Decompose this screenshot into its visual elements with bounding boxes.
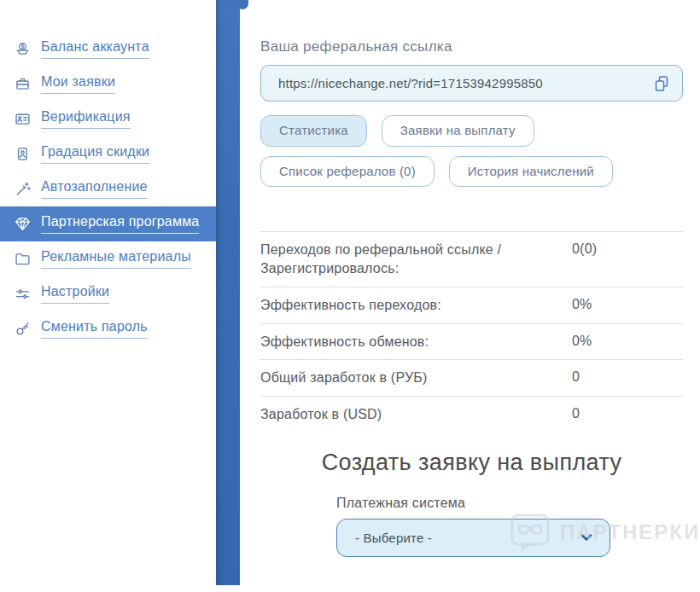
blue-divider-strip [216, 0, 240, 585]
sliders-icon [13, 285, 32, 304]
referral-link-field[interactable]: https://nicechange.net/?rid=171539429958… [260, 65, 683, 102]
sidebar-item-label: Баланс аккаунта [41, 39, 149, 59]
stat-label: Общий заработок в (РУБ) [260, 369, 572, 387]
sidebar-item-label: Настройки [41, 284, 109, 304]
stat-value: 0 [572, 369, 662, 385]
person-badge-icon [13, 145, 32, 164]
tab-referral-list[interactable]: Список рефералов (0) [260, 156, 435, 188]
chevron-down-icon [578, 529, 595, 546]
referral-link-value: https://nicechange.net/?rid=171539429958… [278, 76, 543, 90]
stat-label: Заработок в (USD) [260, 405, 572, 424]
key-icon [13, 320, 32, 339]
tab-accrual-history[interactable]: История начислений [449, 156, 613, 188]
sidebar-item-label: Верификация [41, 109, 131, 129]
stat-label: Переходов по реферальной ссылке / Зареги… [260, 241, 572, 277]
statistics-table: Переходов по реферальной ссылке / Зареги… [260, 231, 683, 432]
payment-system-label: Платежная система [336, 496, 683, 511]
table-row: Переходов по реферальной ссылке / Зареги… [260, 231, 683, 287]
sidebar-item-autofill[interactable]: Автозаполнение [0, 171, 216, 206]
sidebar-item-verification[interactable]: Верификация [0, 102, 216, 136]
main-content: Ваша реферальная ссылка https://nicechan… [260, 0, 683, 557]
id-card-icon [13, 110, 32, 129]
referral-link-heading: Ваша реферальная ссылка [260, 38, 683, 55]
sidebar-item-ad-materials[interactable]: Рекламные материалы [0, 241, 216, 276]
blue-strip-top-cap [240, 0, 248, 9]
diamond-icon [13, 215, 32, 234]
create-payout-heading: Создать заявку на выплату [260, 450, 683, 476]
sidebar-item-label: Сменить пароль [41, 319, 148, 339]
sidebar: $ Баланс аккаунта Мои заявки Верификация… [0, 0, 216, 592]
briefcase-icon [13, 75, 32, 94]
stat-label: Эффективность переходов: [260, 296, 572, 315]
table-row: Эффективность переходов: 0% [260, 287, 683, 323]
sidebar-item-label: Партнерская программа [41, 214, 199, 234]
stat-value: 0 [572, 405, 662, 421]
tab-payout-requests[interactable]: Заявки на выплату [382, 115, 534, 147]
sidebar-item-label: Градация скидки [41, 144, 149, 164]
partner-tabs: Статистика Заявки на выплату Список рефе… [260, 115, 627, 187]
sidebar-item-settings[interactable]: Настройки [0, 276, 216, 311]
sidebar-item-label: Рекламные материалы [41, 249, 191, 269]
table-row: Общий заработок в (РУБ) 0 [260, 359, 683, 396]
sidebar-item-discount-grade[interactable]: Градация скидки [0, 136, 216, 171]
sidebar-item-label: Мои заявки [41, 74, 115, 94]
stat-value: 0% [572, 333, 662, 349]
table-row: Заработок в (USD) 0 [260, 396, 683, 432]
magic-wand-icon [13, 180, 32, 199]
svg-text:$: $ [20, 44, 24, 50]
stat-value: 0% [572, 296, 662, 312]
sidebar-item-change-password[interactable]: Сменить пароль [0, 311, 216, 346]
payment-system-select[interactable]: - Выберите - [336, 519, 610, 557]
table-row: Эффективность обменов: 0% [260, 323, 683, 360]
copy-icon[interactable] [651, 73, 672, 94]
folder-icon [13, 250, 32, 269]
sidebar-item-label: Автозаполнение [41, 179, 148, 199]
sidebar-item-partner-program[interactable]: Партнерская программа [0, 206, 216, 241]
tab-statistics[interactable]: Статистика [260, 115, 367, 147]
sidebar-item-my-orders[interactable]: Мои заявки [0, 67, 216, 102]
stat-label: Эффективность обменов: [260, 333, 572, 351]
stat-value: 0(0) [572, 241, 662, 257]
sidebar-item-balance[interactable]: $ Баланс аккаунта [0, 32, 216, 67]
partner-program-page: $ Баланс аккаунта Мои заявки Верификация… [0, 0, 700, 592]
select-current-value: - Выберите - [355, 531, 432, 545]
balance-icon: $ [13, 40, 32, 59]
